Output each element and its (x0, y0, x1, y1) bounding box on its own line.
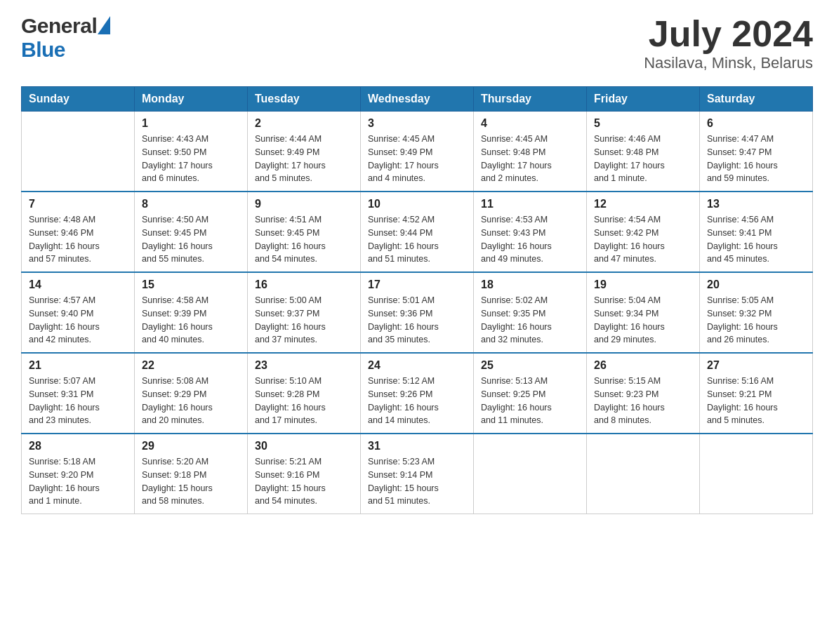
day-number: 1 (142, 117, 240, 130)
calendar-cell: 15Sunrise: 4:58 AM Sunset: 9:39 PM Dayli… (135, 272, 248, 353)
calendar-week-row: 7Sunrise: 4:48 AM Sunset: 9:46 PM Daylig… (22, 192, 813, 272)
day-info: Sunrise: 5:05 AM Sunset: 9:32 PM Dayligh… (707, 294, 805, 347)
header-friday: Friday (587, 87, 700, 112)
day-info: Sunrise: 4:47 AM Sunset: 9:47 PM Dayligh… (707, 133, 805, 185)
calendar-cell: 13Sunrise: 4:56 AM Sunset: 9:41 PM Dayli… (700, 192, 813, 272)
calendar-cell: 27Sunrise: 5:16 AM Sunset: 9:21 PM Dayli… (700, 353, 813, 434)
calendar-cell (474, 434, 587, 514)
calendar-week-row: 21Sunrise: 5:07 AM Sunset: 9:31 PM Dayli… (22, 353, 813, 434)
logo: General Blue (21, 14, 110, 62)
header-wednesday: Wednesday (361, 87, 474, 112)
page-header: General Blue July 2024 Nasilava, Minsk, … (21, 14, 813, 72)
day-info: Sunrise: 4:53 AM Sunset: 9:43 PM Dayligh… (481, 213, 579, 266)
day-number: 22 (142, 359, 240, 372)
day-info: Sunrise: 4:50 AM Sunset: 9:45 PM Dayligh… (142, 213, 240, 266)
calendar-cell: 1Sunrise: 4:43 AM Sunset: 9:50 PM Daylig… (135, 112, 248, 192)
day-number: 18 (481, 279, 579, 291)
day-info: Sunrise: 4:58 AM Sunset: 9:39 PM Dayligh… (142, 294, 240, 347)
day-number: 24 (368, 359, 466, 372)
day-info: Sunrise: 5:00 AM Sunset: 9:37 PM Dayligh… (255, 294, 353, 347)
header-monday: Monday (135, 87, 248, 112)
day-info: Sunrise: 5:02 AM Sunset: 9:35 PM Dayligh… (481, 294, 579, 347)
calendar-cell: 3Sunrise: 4:45 AM Sunset: 9:49 PM Daylig… (361, 112, 474, 192)
logo-general-text: General (21, 14, 97, 38)
calendar-cell (587, 434, 700, 514)
header-sunday: Sunday (22, 87, 135, 112)
logo-flag-icon (98, 16, 110, 34)
calendar-cell: 24Sunrise: 5:12 AM Sunset: 9:26 PM Dayli… (361, 353, 474, 434)
day-info: Sunrise: 5:04 AM Sunset: 9:34 PM Dayligh… (594, 294, 692, 347)
day-number: 19 (594, 279, 692, 291)
calendar-cell: 5Sunrise: 4:46 AM Sunset: 9:48 PM Daylig… (587, 112, 700, 192)
day-number: 17 (368, 279, 466, 291)
calendar-cell: 14Sunrise: 4:57 AM Sunset: 9:40 PM Dayli… (22, 272, 135, 353)
day-info: Sunrise: 5:18 AM Sunset: 9:20 PM Dayligh… (29, 455, 127, 508)
title-area: July 2024 Nasilava, Minsk, Belarus (644, 14, 813, 72)
calendar-table: Sunday Monday Tuesday Wednesday Thursday… (21, 86, 813, 514)
day-number: 11 (481, 198, 579, 210)
day-info: Sunrise: 5:21 AM Sunset: 9:16 PM Dayligh… (255, 455, 353, 508)
calendar-cell: 19Sunrise: 5:04 AM Sunset: 9:34 PM Dayli… (587, 272, 700, 353)
header-tuesday: Tuesday (248, 87, 361, 112)
calendar-cell: 20Sunrise: 5:05 AM Sunset: 9:32 PM Dayli… (700, 272, 813, 353)
day-number: 8 (142, 198, 240, 210)
calendar-cell: 17Sunrise: 5:01 AM Sunset: 9:36 PM Dayli… (361, 272, 474, 353)
day-info: Sunrise: 4:48 AM Sunset: 9:46 PM Dayligh… (29, 213, 127, 266)
day-info: Sunrise: 5:12 AM Sunset: 9:26 PM Dayligh… (368, 375, 466, 427)
calendar-cell: 21Sunrise: 5:07 AM Sunset: 9:31 PM Dayli… (22, 353, 135, 434)
day-number: 10 (368, 198, 466, 210)
day-info: Sunrise: 5:23 AM Sunset: 9:14 PM Dayligh… (368, 455, 466, 508)
day-info: Sunrise: 5:08 AM Sunset: 9:29 PM Dayligh… (142, 375, 240, 427)
day-number: 15 (142, 279, 240, 291)
calendar-cell: 4Sunrise: 4:45 AM Sunset: 9:48 PM Daylig… (474, 112, 587, 192)
day-number: 2 (255, 117, 353, 130)
day-info: Sunrise: 5:13 AM Sunset: 9:25 PM Dayligh… (481, 375, 579, 427)
calendar-cell: 18Sunrise: 5:02 AM Sunset: 9:35 PM Dayli… (474, 272, 587, 353)
day-info: Sunrise: 5:07 AM Sunset: 9:31 PM Dayligh… (29, 375, 127, 427)
day-info: Sunrise: 4:43 AM Sunset: 9:50 PM Dayligh… (142, 133, 240, 185)
day-info: Sunrise: 5:15 AM Sunset: 9:23 PM Dayligh… (594, 375, 692, 427)
day-info: Sunrise: 4:45 AM Sunset: 9:49 PM Dayligh… (368, 133, 466, 185)
day-number: 21 (29, 359, 127, 372)
day-info: Sunrise: 4:45 AM Sunset: 9:48 PM Dayligh… (481, 133, 579, 185)
calendar-cell: 11Sunrise: 4:53 AM Sunset: 9:43 PM Dayli… (474, 192, 587, 272)
calendar-cell: 22Sunrise: 5:08 AM Sunset: 9:29 PM Dayli… (135, 353, 248, 434)
calendar-week-row: 1Sunrise: 4:43 AM Sunset: 9:50 PM Daylig… (22, 112, 813, 192)
calendar-cell: 12Sunrise: 4:54 AM Sunset: 9:42 PM Dayli… (587, 192, 700, 272)
day-info: Sunrise: 4:46 AM Sunset: 9:48 PM Dayligh… (594, 133, 692, 185)
day-number: 4 (481, 117, 579, 130)
calendar-cell: 28Sunrise: 5:18 AM Sunset: 9:20 PM Dayli… (22, 434, 135, 514)
header-thursday: Thursday (474, 87, 587, 112)
day-number: 26 (594, 359, 692, 372)
day-info: Sunrise: 4:54 AM Sunset: 9:42 PM Dayligh… (594, 213, 692, 266)
calendar-cell: 30Sunrise: 5:21 AM Sunset: 9:16 PM Dayli… (248, 434, 361, 514)
day-number: 3 (368, 117, 466, 130)
day-info: Sunrise: 5:20 AM Sunset: 9:18 PM Dayligh… (142, 455, 240, 508)
calendar-cell: 10Sunrise: 4:52 AM Sunset: 9:44 PM Dayli… (361, 192, 474, 272)
day-number: 29 (142, 440, 240, 452)
day-number: 23 (255, 359, 353, 372)
day-info: Sunrise: 5:10 AM Sunset: 9:28 PM Dayligh… (255, 375, 353, 427)
calendar-week-row: 14Sunrise: 4:57 AM Sunset: 9:40 PM Dayli… (22, 272, 813, 353)
calendar-cell: 29Sunrise: 5:20 AM Sunset: 9:18 PM Dayli… (135, 434, 248, 514)
calendar-cell: 8Sunrise: 4:50 AM Sunset: 9:45 PM Daylig… (135, 192, 248, 272)
day-number: 20 (707, 279, 805, 291)
day-info: Sunrise: 4:51 AM Sunset: 9:45 PM Dayligh… (255, 213, 353, 266)
day-info: Sunrise: 4:44 AM Sunset: 9:49 PM Dayligh… (255, 133, 353, 185)
day-number: 7 (29, 198, 127, 210)
day-number: 12 (594, 198, 692, 210)
day-number: 13 (707, 198, 805, 210)
calendar-cell (700, 434, 813, 514)
calendar-cell: 23Sunrise: 5:10 AM Sunset: 9:28 PM Dayli… (248, 353, 361, 434)
calendar-cell: 7Sunrise: 4:48 AM Sunset: 9:46 PM Daylig… (22, 192, 135, 272)
calendar-title: July 2024 (644, 14, 813, 54)
logo-blue-text: Blue (21, 38, 65, 61)
calendar-cell: 2Sunrise: 4:44 AM Sunset: 9:49 PM Daylig… (248, 112, 361, 192)
calendar-cell: 31Sunrise: 5:23 AM Sunset: 9:14 PM Dayli… (361, 434, 474, 514)
day-info: Sunrise: 4:57 AM Sunset: 9:40 PM Dayligh… (29, 294, 127, 347)
calendar-cell: 9Sunrise: 4:51 AM Sunset: 9:45 PM Daylig… (248, 192, 361, 272)
day-info: Sunrise: 4:52 AM Sunset: 9:44 PM Dayligh… (368, 213, 466, 266)
day-info: Sunrise: 5:01 AM Sunset: 9:36 PM Dayligh… (368, 294, 466, 347)
day-number: 28 (29, 440, 127, 452)
calendar-cell: 16Sunrise: 5:00 AM Sunset: 9:37 PM Dayli… (248, 272, 361, 353)
